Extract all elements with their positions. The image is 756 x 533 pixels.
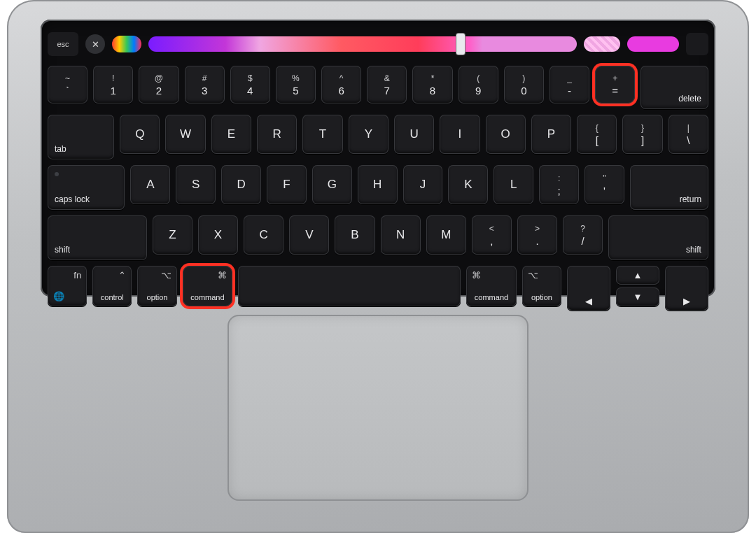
key-s[interactable]: S — [176, 165, 216, 204]
key-comma[interactable]: <, — [472, 215, 512, 255]
key-right-shift[interactable]: shift — [608, 215, 708, 260]
key-1[interactable]: !1 — [93, 66, 133, 104]
touchbar-close-icon[interactable]: ✕ — [85, 34, 105, 54]
key-6[interactable]: ^6 — [321, 66, 361, 104]
key-period[interactable]: >. — [517, 215, 557, 255]
touchbar-color-slider[interactable] — [148, 36, 577, 52]
key-right-command[interactable]: ⌘ command — [466, 266, 517, 306]
key-d[interactable]: D — [221, 165, 261, 204]
key-delete[interactable]: delete — [640, 66, 708, 109]
key-x[interactable]: X — [198, 215, 238, 255]
key-8[interactable]: *8 — [412, 66, 452, 104]
key-equals[interactable]: += — [595, 66, 635, 104]
key-arrow-left[interactable]: ◀ — [567, 266, 610, 311]
key-p[interactable]: P — [531, 115, 571, 154]
key-a[interactable]: A — [130, 165, 170, 204]
shift-row: shift Z X C V B N M <, >. ?/ shift — [48, 215, 708, 260]
arrow-keys: ◀ ▲ ▼ ▶ — [567, 266, 708, 311]
key-minus[interactable]: _- — [550, 66, 589, 104]
key-arrow-right[interactable]: ▶ — [665, 266, 708, 311]
key-2[interactable]: @2 — [139, 66, 178, 104]
fn-label: fn — [74, 270, 81, 280]
touchbar-swatch-2[interactable] — [627, 36, 679, 52]
macbook-body: esc ✕ ~` !1 @2 #3 $4 %5 ^6 &7 *8 (9 )0 _… — [7, 0, 749, 533]
key-t[interactable]: T — [302, 115, 342, 154]
key-return[interactable]: return — [630, 165, 708, 210]
key-left-option[interactable]: ⌥ option — [137, 266, 176, 306]
key-k[interactable]: K — [448, 165, 488, 204]
touch-bar: esc ✕ — [48, 29, 708, 59]
touch-id-button[interactable] — [686, 33, 708, 55]
key-7[interactable]: &7 — [367, 66, 407, 104]
key-3[interactable]: #3 — [185, 66, 225, 104]
command-symbol-icon: ⌘ — [472, 270, 481, 280]
command-symbol-icon: ⌘ — [218, 270, 227, 280]
key-arrow-down[interactable]: ▼ — [616, 287, 659, 306]
key-fn[interactable]: fn 🌐 — [48, 266, 87, 306]
key-slash[interactable]: ?/ — [563, 215, 603, 255]
option-symbol-icon: ⌥ — [528, 270, 538, 280]
caps-lock-indicator-icon — [55, 172, 59, 176]
key-left-command[interactable]: ⌘ command — [183, 266, 233, 306]
touchbar-swatch-1[interactable] — [584, 36, 620, 52]
key-w[interactable]: W — [165, 115, 205, 154]
key-c[interactable]: C — [244, 215, 284, 255]
key-z[interactable]: Z — [153, 215, 192, 255]
key-tab[interactable]: tab — [48, 115, 114, 159]
key-right-option[interactable]: ⌥ option — [522, 266, 561, 306]
key-i[interactable]: I — [440, 115, 479, 154]
key-m[interactable]: M — [426, 215, 466, 255]
key-q[interactable]: Q — [120, 115, 160, 154]
touchbar-siri-icon[interactable] — [112, 36, 141, 52]
key-u[interactable]: U — [394, 115, 434, 154]
key-g[interactable]: G — [312, 165, 352, 204]
key-quote[interactable]: "' — [584, 165, 624, 204]
key-caps-lock[interactable]: caps lock — [48, 165, 125, 210]
key-f[interactable]: F — [267, 165, 307, 204]
key-l[interactable]: L — [493, 165, 533, 204]
modifier-row: fn 🌐 ⌃ control ⌥ option ⌘ command ⌘ — [48, 266, 708, 311]
key-backtick[interactable]: ~` — [48, 66, 88, 104]
key-rows: ~` !1 @2 #3 $4 %5 ^6 &7 *8 (9 )0 _- += d… — [48, 66, 708, 288]
key-right-bracket[interactable]: }] — [622, 115, 662, 154]
key-0[interactable]: )0 — [504, 66, 544, 104]
home-row: caps lock A S D F G H J K L :; "' return — [48, 165, 708, 210]
key-left-shift[interactable]: shift — [48, 215, 147, 260]
option-symbol-icon: ⌥ — [161, 270, 172, 280]
keyboard: esc ✕ ~` !1 @2 #3 $4 %5 ^6 &7 *8 (9 )0 _… — [41, 20, 715, 297]
key-4[interactable]: $4 — [230, 66, 270, 104]
key-e[interactable]: E — [211, 115, 251, 154]
key-r[interactable]: R — [257, 115, 297, 154]
key-v[interactable]: V — [289, 215, 329, 255]
key-left-bracket[interactable]: {[ — [577, 115, 617, 154]
key-5[interactable]: %5 — [276, 66, 316, 104]
key-control[interactable]: ⌃ control — [92, 266, 132, 306]
key-esc[interactable]: esc — [48, 32, 78, 56]
number-row: ~` !1 @2 #3 $4 %5 ^6 &7 *8 (9 )0 _- += d… — [48, 66, 708, 109]
key-arrow-up[interactable]: ▲ — [616, 266, 659, 285]
control-symbol-icon: ⌃ — [118, 270, 126, 280]
key-j[interactable]: J — [403, 165, 443, 204]
key-9[interactable]: (9 — [458, 66, 498, 104]
qwerty-row: tab Q W E R T Y U I O P {[ }] |\ — [48, 115, 708, 159]
globe-icon: 🌐 — [53, 291, 64, 301]
key-y[interactable]: Y — [349, 115, 388, 154]
key-h[interactable]: H — [358, 165, 398, 204]
key-spacebar[interactable] — [238, 266, 461, 306]
trackpad[interactable] — [227, 315, 528, 501]
key-b[interactable]: B — [335, 215, 374, 255]
key-o[interactable]: O — [486, 115, 526, 154]
key-semicolon[interactable]: :; — [539, 165, 579, 204]
key-n[interactable]: N — [381, 215, 421, 255]
key-backslash[interactable]: |\ — [668, 115, 708, 154]
